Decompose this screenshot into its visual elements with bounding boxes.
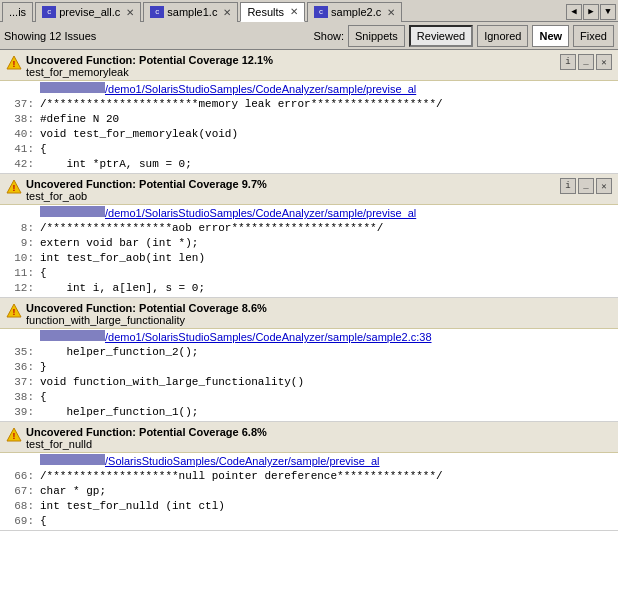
- svg-text:!: !: [11, 60, 16, 70]
- file-link[interactable]: /demo1/SolarisStudioSamples/CodeAnalyzer…: [105, 330, 432, 345]
- toolbar: Showing 12 Issues Show: Snippets Reviewe…: [0, 22, 618, 50]
- file-link[interactable]: /SolarisStudioSamples/CodeAnalyzer/sampl…: [105, 454, 380, 469]
- tab-previse-label: previse_all.c: [59, 6, 120, 18]
- warning-icon: !: [6, 179, 22, 195]
- issue-header: ! Uncovered Function: Potential Coverage…: [0, 422, 618, 453]
- tab-sample2-label: sample2.c: [331, 6, 381, 18]
- tab-menu[interactable]: ▼: [600, 4, 616, 20]
- code-area: /SolarisStudioSamples/CodeAnalyzer/sampl…: [0, 453, 618, 530]
- file-link-line: /demo1/SolarisStudioSamples/CodeAnalyzer…: [0, 82, 618, 97]
- svg-text:!: !: [11, 308, 16, 318]
- issue-title: Uncovered Function: Potential Coverage 1…: [26, 54, 556, 66]
- filter-snippets[interactable]: Snippets: [348, 25, 405, 47]
- tab-sample1[interactable]: c sample1.c ✕: [143, 2, 238, 22]
- issue-header: ! Uncovered Function: Potential Coverage…: [0, 298, 618, 329]
- tab-sample2-icon: c: [314, 6, 328, 18]
- tab-results[interactable]: Results ✕: [240, 2, 305, 22]
- code-line: 11: {: [0, 266, 618, 281]
- code-line: 9: extern void bar (int *);: [0, 236, 618, 251]
- close-button[interactable]: ✕: [596, 178, 612, 194]
- issue-title-block: Uncovered Function: Potential Coverage 8…: [26, 302, 608, 326]
- tab-sample1-close[interactable]: ✕: [223, 7, 231, 18]
- code-line: 12: int i, a[len], s = 0;: [0, 281, 618, 296]
- tab-bar: ...is c previse_all.c ✕ c sample1.c ✕ Re…: [0, 0, 618, 22]
- issue-header: ! Uncovered Function: Potential Coverage…: [0, 50, 618, 81]
- issue-subtitle: test_for_aob: [26, 190, 556, 202]
- issue-title-block: Uncovered Function: Potential Coverage 1…: [26, 54, 556, 78]
- code-line: 66: /********************null pointer de…: [0, 469, 618, 484]
- tab-scroll-left[interactable]: ◀: [566, 4, 582, 20]
- info-button[interactable]: i: [560, 178, 576, 194]
- issue-title-block: Uncovered Function: Potential Coverage 6…: [26, 426, 608, 450]
- tab-results-label: Results: [247, 6, 284, 18]
- code-line: 68: int test_for_nulld (int ctl): [0, 499, 618, 514]
- tab-is-label: ...is: [9, 6, 26, 18]
- issue-block: ! Uncovered Function: Potential Coverage…: [0, 422, 618, 531]
- tab-previse-icon: c: [42, 6, 56, 18]
- code-area: /demo1/SolarisStudioSamples/CodeAnalyzer…: [0, 205, 618, 297]
- code-line: 10: int test_for_aob(int len): [0, 251, 618, 266]
- warning-icon: !: [6, 303, 22, 319]
- minimize-button[interactable]: _: [578, 54, 594, 70]
- filter-ignored[interactable]: Ignored: [477, 25, 528, 47]
- issue-title: Uncovered Function: Potential Coverage 9…: [26, 178, 556, 190]
- code-line: 8: /*******************aob error********…: [0, 221, 618, 236]
- issue-title-block: Uncovered Function: Potential Coverage 9…: [26, 178, 556, 202]
- file-prefix-bar: [40, 82, 105, 93]
- filter-reviewed[interactable]: Reviewed: [409, 25, 473, 47]
- issue-block: ! Uncovered Function: Potential Coverage…: [0, 174, 618, 298]
- tab-sample2-close[interactable]: ✕: [387, 7, 395, 18]
- filter-fixed[interactable]: Fixed: [573, 25, 614, 47]
- issues-count: Showing 12 Issues: [4, 30, 96, 42]
- svg-text:!: !: [11, 184, 16, 194]
- issues-list[interactable]: ! Uncovered Function: Potential Coverage…: [0, 50, 618, 593]
- code-line: 69: {: [0, 514, 618, 529]
- code-line: 40: void test_for_memoryleak(void): [0, 127, 618, 142]
- issue-title: Uncovered Function: Potential Coverage 6…: [26, 426, 608, 438]
- minimize-button[interactable]: _: [578, 178, 594, 194]
- tab-sample1-icon: c: [150, 6, 164, 18]
- issue-block: ! Uncovered Function: Potential Coverage…: [0, 50, 618, 174]
- show-label: Show:: [313, 30, 344, 42]
- code-area: /demo1/SolarisStudioSamples/CodeAnalyzer…: [0, 81, 618, 173]
- issue-subtitle: function_with_large_functionality: [26, 314, 608, 326]
- file-link[interactable]: /demo1/SolarisStudioSamples/CodeAnalyzer…: [105, 206, 416, 221]
- code-line: 41: {: [0, 142, 618, 157]
- svg-text:!: !: [11, 432, 16, 442]
- code-line: 39: helper_function_1();: [0, 405, 618, 420]
- issue-actions: i _ ✕: [560, 54, 612, 70]
- code-line: 37: /***********************memory leak …: [0, 97, 618, 112]
- tab-previse-close[interactable]: ✕: [126, 7, 134, 18]
- code-line: 67: char * gp;: [0, 484, 618, 499]
- warning-icon: !: [6, 427, 22, 443]
- code-line: 38: {: [0, 390, 618, 405]
- tab-scroll-right[interactable]: ▶: [583, 4, 599, 20]
- code-line: 35: helper_function_2();: [0, 345, 618, 360]
- file-link-line: /demo1/SolarisStudioSamples/CodeAnalyzer…: [0, 330, 618, 345]
- tab-results-close[interactable]: ✕: [290, 6, 298, 17]
- code-line: 38: #define N 20: [0, 112, 618, 127]
- file-link-line: /SolarisStudioSamples/CodeAnalyzer/sampl…: [0, 454, 618, 469]
- tab-sample2[interactable]: c sample2.c ✕: [307, 2, 402, 22]
- code-line: 36: }: [0, 360, 618, 375]
- issue-title: Uncovered Function: Potential Coverage 8…: [26, 302, 608, 314]
- issue-subtitle: test_for_nulld: [26, 438, 608, 450]
- issue-actions: i _ ✕: [560, 178, 612, 194]
- tab-previse[interactable]: c previse_all.c ✕: [35, 2, 141, 22]
- file-link-line: /demo1/SolarisStudioSamples/CodeAnalyzer…: [0, 206, 618, 221]
- file-link[interactable]: /demo1/SolarisStudioSamples/CodeAnalyzer…: [105, 82, 416, 97]
- file-prefix-bar: [40, 454, 105, 465]
- file-prefix-bar: [40, 330, 105, 341]
- file-prefix-bar: [40, 206, 105, 217]
- code-area: /demo1/SolarisStudioSamples/CodeAnalyzer…: [0, 329, 618, 421]
- issue-block: ! Uncovered Function: Potential Coverage…: [0, 298, 618, 422]
- main-content: ! Uncovered Function: Potential Coverage…: [0, 50, 618, 593]
- info-button[interactable]: i: [560, 54, 576, 70]
- close-button[interactable]: ✕: [596, 54, 612, 70]
- issue-header: ! Uncovered Function: Potential Coverage…: [0, 174, 618, 205]
- issue-subtitle: test_for_memoryleak: [26, 66, 556, 78]
- tab-nav: ◀ ▶ ▼: [566, 4, 616, 20]
- code-line: 37: void function_with_large_functionali…: [0, 375, 618, 390]
- tab-is[interactable]: ...is: [2, 2, 33, 22]
- filter-new[interactable]: New: [532, 25, 569, 47]
